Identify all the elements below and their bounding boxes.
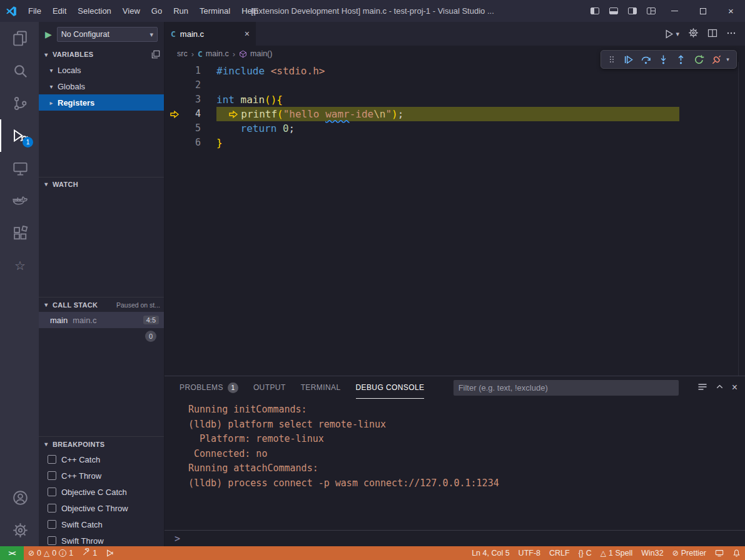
variables-section-header[interactable]: ▾ VARIABLES xyxy=(39,47,164,62)
breakpoint-item[interactable]: C++ Throw xyxy=(39,468,164,484)
step-into-button[interactable] xyxy=(658,54,669,65)
toggle-sidebar-left-button[interactable] xyxy=(585,0,604,22)
split-editor-icon[interactable] xyxy=(707,28,717,40)
editor-settings-gear-icon[interactable] xyxy=(688,28,699,40)
breakpoints-list: C++ CatchC++ ThrowObjective C CatchObjec… xyxy=(39,451,164,546)
start-debug-icon[interactable]: ▶ xyxy=(45,29,52,39)
breakpoint-checkbox[interactable] xyxy=(48,488,56,496)
call-stack-section-header[interactable]: ▾ CALL STACK Paused on st... xyxy=(39,297,164,312)
breakpoint-checkbox[interactable] xyxy=(48,536,56,545)
variables-item-locals[interactable]: ▾ Locals xyxy=(39,62,164,78)
remote-indicator[interactable]: >< xyxy=(0,546,24,560)
call-stack-frame[interactable]: main main.c 4:5 xyxy=(39,312,164,328)
console-options-icon[interactable] xyxy=(697,382,707,394)
tab-main-c[interactable]: C main.c × xyxy=(165,22,256,46)
bell-icon[interactable] xyxy=(728,546,745,560)
breakpoint-item[interactable]: Swift Throw xyxy=(39,532,164,546)
activity-search-icon[interactable] xyxy=(0,54,39,87)
variables-item-registers[interactable]: ▸ Registers xyxy=(39,94,164,111)
activity-run-debug-icon[interactable]: 1 xyxy=(0,119,39,152)
tab-terminal[interactable]: TERMINAL xyxy=(301,376,341,399)
debug-console-output[interactable]: Running initCommands:(lldb) platform sel… xyxy=(165,399,745,530)
watch-section-header[interactable]: ▾ WATCH xyxy=(39,177,164,191)
menu-file[interactable]: File xyxy=(23,0,47,22)
breakpoint-item[interactable]: Swift Catch xyxy=(39,516,164,532)
settings-gear-icon[interactable] xyxy=(0,514,39,546)
code-token: <stdio.h> xyxy=(271,64,325,78)
breakpoint-label: C++ Catch xyxy=(61,455,100,464)
breadcrumb-symbol[interactable]: main() xyxy=(239,49,272,58)
debug-config-label: No Configurat xyxy=(61,30,148,39)
console-line: (lldb) process connect -p wasm connect:/… xyxy=(188,476,745,491)
braces-icon: {} xyxy=(579,549,584,558)
open-panel-icon[interactable] xyxy=(151,50,160,59)
tab-output[interactable]: OUTPUT xyxy=(253,376,286,399)
chevron-down-icon[interactable]: ▾ xyxy=(726,56,729,62)
debug-console-input[interactable]: > xyxy=(165,530,745,546)
code-editor[interactable]: 1#include <stdio.h>23int main(){4 printf… xyxy=(165,62,745,376)
breakpoint-item[interactable]: Objective C Catch xyxy=(39,484,164,500)
breakpoint-checkbox[interactable] xyxy=(48,520,56,529)
feedback-icon[interactable] xyxy=(711,546,728,560)
toggle-panel-button[interactable] xyxy=(604,0,623,22)
debug-config-dropdown[interactable]: No Configurat ▾ xyxy=(57,27,158,42)
toggle-sidebar-right-button[interactable] xyxy=(623,0,642,22)
console-filter-input[interactable] xyxy=(454,380,679,396)
menu-terminal[interactable]: Terminal xyxy=(194,0,236,22)
eol-indicator[interactable]: CRLF xyxy=(545,546,574,560)
breakpoint-item[interactable]: C++ Catch xyxy=(39,451,164,468)
activity-favorites-icon[interactable]: ☆ xyxy=(0,249,39,282)
menu-run[interactable]: Run xyxy=(168,0,194,22)
account-icon[interactable] xyxy=(0,481,39,514)
step-out-button[interactable] xyxy=(676,54,686,65)
tasks-status[interactable]: 1 xyxy=(78,546,101,560)
breadcrumb-file[interactable]: C main.c xyxy=(198,49,229,59)
breadcrumb-src[interactable]: src xyxy=(177,49,188,58)
maximize-panel-icon[interactable] xyxy=(715,382,724,393)
code-token xyxy=(235,92,241,107)
activity-docker-icon[interactable] xyxy=(0,184,39,217)
tab-close-icon[interactable]: × xyxy=(245,29,250,39)
variables-item-globals[interactable]: ▾ Globals xyxy=(39,78,164,94)
language-mode[interactable]: {} C xyxy=(574,546,596,560)
run-or-debug-button[interactable]: ▾ xyxy=(664,29,679,39)
menu-view[interactable]: View xyxy=(117,0,146,22)
breakpoints-section-header[interactable]: ▾ BREAKPOINTS xyxy=(39,436,164,451)
activity-extensions-icon[interactable] xyxy=(0,217,39,249)
breakpoint-checkbox[interactable] xyxy=(48,455,56,464)
minimize-button[interactable] xyxy=(661,0,689,22)
frame-function: main xyxy=(50,316,68,325)
more-actions-icon[interactable] xyxy=(726,28,736,40)
platform-indicator[interactable]: Win32 xyxy=(637,546,667,560)
problems-status[interactable]: ⊘ 0 △ 0 i 1 xyxy=(24,546,78,560)
cursor-position[interactable]: Ln 4, Col 5 xyxy=(467,546,514,560)
close-panel-icon[interactable]: × xyxy=(732,382,737,393)
toolbar-grip-icon[interactable] xyxy=(608,54,616,64)
customize-layout-button[interactable] xyxy=(642,0,661,22)
activity-remote-explorer-icon[interactable] xyxy=(0,152,39,184)
spell-checker-status[interactable]: △ 1 Spell xyxy=(596,546,637,560)
current-line-arrow-icon[interactable] xyxy=(170,109,186,119)
menu-edit[interactable]: Edit xyxy=(47,0,72,22)
breakpoint-item[interactable]: Objective C Throw xyxy=(39,500,164,516)
formatter-status[interactable]: ⊘ Prettier xyxy=(668,546,711,560)
breakpoint-checkbox[interactable] xyxy=(48,471,56,480)
code-token: #include xyxy=(216,64,265,78)
tab-problems[interactable]: PROBLEMS 1 xyxy=(180,376,238,399)
menu-go[interactable]: Go xyxy=(146,0,168,22)
restart-button[interactable] xyxy=(694,54,704,65)
line-number: 6 xyxy=(186,136,201,150)
breakpoint-checkbox[interactable] xyxy=(48,504,56,512)
close-button[interactable]: × xyxy=(717,0,745,22)
activity-explorer-icon[interactable] xyxy=(0,22,39,54)
step-over-button[interactable] xyxy=(641,54,651,65)
disconnect-button[interactable] xyxy=(711,54,722,65)
maximize-button[interactable] xyxy=(689,0,717,22)
debug-status-icon[interactable] xyxy=(101,546,119,560)
continue-button[interactable] xyxy=(623,54,634,65)
call-stack-section-body xyxy=(39,344,164,436)
tab-debug-console[interactable]: DEBUG CONSOLE xyxy=(356,376,425,399)
encoding-indicator[interactable]: UTF-8 xyxy=(514,546,545,560)
menu-selection[interactable]: Selection xyxy=(72,0,116,22)
activity-source-control-icon[interactable] xyxy=(0,87,39,119)
